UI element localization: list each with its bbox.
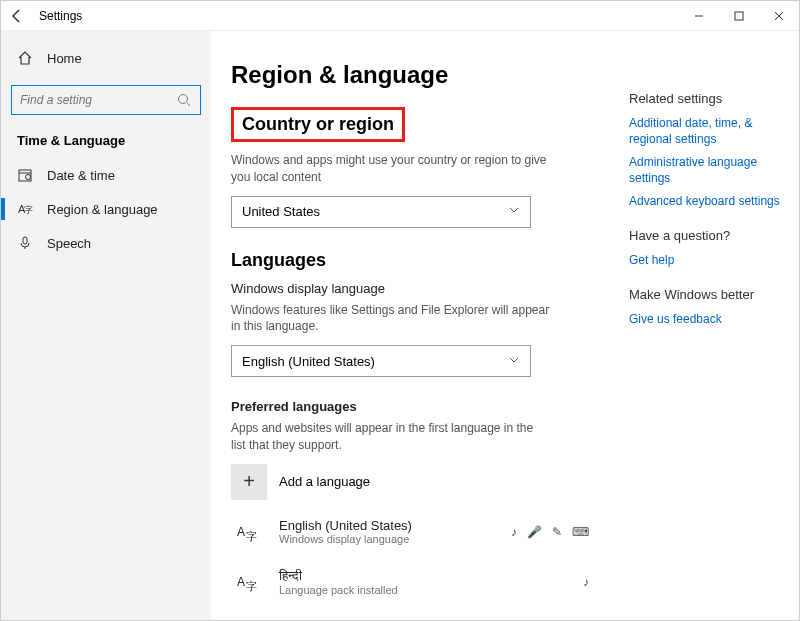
language-glyph-icon: A字 <box>231 514 267 550</box>
sidebar-item-speech[interactable]: Speech <box>1 226 211 260</box>
calendar-icon <box>17 167 33 183</box>
add-language-row[interactable]: + Add a language <box>231 464 609 500</box>
sidebar-item-label: Speech <box>47 236 91 251</box>
svg-line-5 <box>187 103 190 106</box>
preferred-languages-desc: Apps and websites will appear in the fir… <box>231 420 551 454</box>
svg-point-8 <box>26 175 31 180</box>
main-content: Region & language Country or region Wind… <box>211 31 629 620</box>
language-icon: A字 <box>17 201 33 217</box>
language-feature-icons: ♪ 🎤 ✎ ⌨ <box>511 525 609 539</box>
sidebar-item-date-time[interactable]: Date & time <box>1 158 211 192</box>
preferred-languages-heading: Preferred languages <box>231 399 609 414</box>
language-name: हिन्दी <box>279 568 398 584</box>
chevron-down-icon <box>508 354 520 369</box>
svg-text:A: A <box>237 575 245 589</box>
search-box[interactable] <box>11 85 201 115</box>
language-name: English (United States) <box>279 518 412 533</box>
link-advanced-keyboard[interactable]: Advanced keyboard settings <box>629 194 785 210</box>
language-item-hindi[interactable]: A字 हिन्दी Language pack installed ♪ <box>231 564 609 600</box>
question-title: Have a question? <box>629 228 785 243</box>
svg-rect-11 <box>23 237 27 244</box>
search-input[interactable] <box>20 93 170 107</box>
microphone-icon <box>17 235 33 251</box>
country-value: United States <box>242 204 320 219</box>
svg-rect-1 <box>735 12 743 20</box>
handwriting-icon: ✎ <box>552 525 562 539</box>
search-icon <box>176 92 192 108</box>
languages-heading: Languages <box>231 250 609 271</box>
country-heading-highlight: Country or region <box>231 107 405 142</box>
link-admin-language[interactable]: Administrative language settings <box>629 155 785 186</box>
chevron-down-icon <box>508 204 520 219</box>
sidebar-section-title: Time & Language <box>1 127 211 158</box>
page-title: Region & language <box>231 61 609 89</box>
window-title: Settings <box>39 9 82 23</box>
sidebar-item-label: Date & time <box>47 168 115 183</box>
display-language-label: Windows display language <box>231 281 609 296</box>
keyboard-icon: ⌨ <box>572 525 589 539</box>
country-dropdown[interactable]: United States <box>231 196 531 228</box>
language-subtext: Windows display language <box>279 533 412 545</box>
sidebar-home[interactable]: Home <box>1 41 211 75</box>
sidebar: Home Time & Language Date & time <box>1 31 211 620</box>
plus-icon: + <box>231 464 267 500</box>
sidebar-item-label: Region & language <box>47 202 158 217</box>
better-title: Make Windows better <box>629 287 785 302</box>
sidebar-home-label: Home <box>47 51 82 66</box>
add-language-label: Add a language <box>279 474 370 489</box>
text-to-speech-icon: ♪ <box>511 525 517 539</box>
related-title: Related settings <box>629 91 785 106</box>
maximize-button[interactable] <box>719 1 759 31</box>
display-language-value: English (United States) <box>242 354 375 369</box>
sidebar-item-region-language[interactable]: A字 Region & language <box>1 192 211 226</box>
link-feedback[interactable]: Give us feedback <box>629 312 785 328</box>
svg-text:字: 字 <box>246 580 257 592</box>
svg-point-4 <box>179 95 188 104</box>
language-subtext: Language pack installed <box>279 584 398 596</box>
text-to-speech-icon: ♪ <box>583 575 589 589</box>
language-feature-icons: ♪ <box>583 575 609 589</box>
language-item-english[interactable]: A字 English (United States) Windows displ… <box>231 514 609 550</box>
svg-text:字: 字 <box>24 205 33 215</box>
language-glyph-icon: A字 <box>231 564 267 600</box>
svg-text:字: 字 <box>246 530 257 542</box>
home-icon <box>17 50 33 66</box>
display-language-desc: Windows features like Settings and File … <box>231 302 551 336</box>
minimize-button[interactable] <box>679 1 719 31</box>
back-icon[interactable] <box>9 8 25 24</box>
related-panel: Related settings Additional date, time, … <box>629 31 799 620</box>
link-additional-date[interactable]: Additional date, time, & regional settin… <box>629 116 785 147</box>
country-desc: Windows and apps might use your country … <box>231 152 551 186</box>
svg-text:A: A <box>237 525 245 539</box>
link-get-help[interactable]: Get help <box>629 253 785 269</box>
titlebar: Settings <box>1 1 799 31</box>
speech-icon: 🎤 <box>527 525 542 539</box>
close-button[interactable] <box>759 1 799 31</box>
display-language-dropdown[interactable]: English (United States) <box>231 345 531 377</box>
country-heading: Country or region <box>242 114 394 135</box>
